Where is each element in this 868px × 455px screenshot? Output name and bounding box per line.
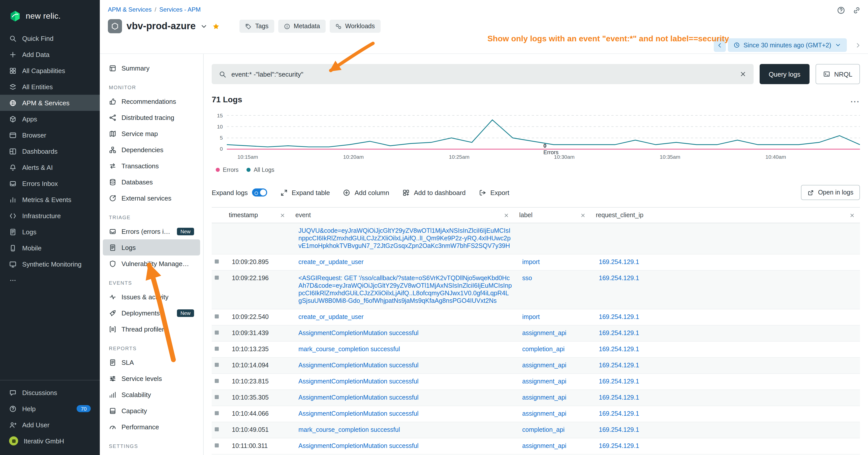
- sidebar-item-synthetic-monitoring[interactable]: Synthetic Monitoring: [0, 256, 100, 272]
- subnav-item-transactions[interactable]: Transactions: [103, 158, 200, 174]
- chart-plot-area[interactable]: 0 Errors 10:15am 10:20am 10:25am 10:30am…: [227, 112, 860, 161]
- add-column-button[interactable]: Add column: [343, 189, 389, 196]
- help-circle-icon[interactable]: [837, 6, 845, 14]
- cell-label-link[interactable]: assignment_api: [522, 410, 566, 417]
- cell-label-link[interactable]: import: [522, 259, 539, 265]
- cell-label-link[interactable]: completion_api: [522, 426, 564, 433]
- cell-request-ip-link[interactable]: 169.254.129.1: [599, 314, 639, 321]
- subnav-item-dependencies[interactable]: Dependencies: [103, 141, 200, 158]
- time-forward-button[interactable]: [852, 38, 864, 52]
- log-table-row[interactable]: 10:11:00.311 AssignmentCompletionMutatio…: [212, 438, 860, 455]
- log-query-text[interactable]: event:* -"label":"security": [231, 70, 735, 78]
- sidebar-item-more[interactable]: [0, 272, 100, 288]
- add-to-dashboard-button[interactable]: Add to dashboard: [402, 189, 465, 196]
- sidebar-item-dashboards[interactable]: Dashboards: [0, 143, 100, 159]
- column-header-label[interactable]: label: [514, 212, 591, 219]
- subnav-item-vulnerability-management[interactable]: Vulnerability Management: [103, 256, 200, 271]
- log-table-row[interactable]: 10:09:31.439 AssignmentCompletionMutatio…: [212, 325, 860, 342]
- query-logs-button[interactable]: Query logs: [760, 64, 809, 84]
- cell-request-ip-link[interactable]: 169.254.129.1: [599, 410, 639, 417]
- log-table-row[interactable]: 10:09:22.196 <ASGIRequest: GET '/sso/cal…: [212, 270, 860, 310]
- cell-label-link[interactable]: assignment_api: [522, 378, 566, 385]
- cell-label-link[interactable]: assignment_api: [522, 443, 566, 450]
- newrelic-logo[interactable]: new relic.: [0, 0, 100, 30]
- subnav-item-external-services[interactable]: External services: [103, 190, 200, 206]
- sidebar-item-errors-inbox[interactable]: Errors Inbox: [0, 175, 100, 192]
- subnav-item-issues-activity[interactable]: Issues & activity: [103, 289, 200, 305]
- log-table-row[interactable]: 10:10:23.815 AssignmentCompletionMutatio…: [212, 374, 860, 390]
- sidebar-item-apps[interactable]: Apps: [0, 111, 100, 127]
- cell-request-ip-link[interactable]: 169.254.129.1: [599, 394, 639, 401]
- sidebar-item-logs[interactable]: Logs: [0, 224, 100, 240]
- remove-column-icon[interactable]: [503, 213, 509, 218]
- log-table-row[interactable]: 10:10:14.094 AssignmentCompletionMutatio…: [212, 358, 860, 374]
- subnav-item-logs[interactable]: Logs: [103, 239, 200, 256]
- sidebar-item-account[interactable]: Iterativ GmbH: [0, 433, 100, 449]
- cell-label-link[interactable]: import: [522, 314, 539, 321]
- cell-request-ip-link[interactable]: 169.254.129.1: [599, 443, 639, 450]
- subnav-item-thread-profiler[interactable]: Thread profiler: [103, 321, 200, 337]
- favorite-star-icon[interactable]: [213, 23, 220, 30]
- subnav-item-summary[interactable]: Summary: [103, 60, 200, 76]
- log-table-row[interactable]: 10:10:49.051 mark_course_completion succ…: [212, 422, 860, 438]
- subnav-item-service-levels[interactable]: Service levels: [103, 370, 200, 387]
- tags-button[interactable]: Tags: [240, 20, 274, 33]
- subnav-item-service-map[interactable]: Service map: [103, 126, 200, 141]
- cell-request-ip-link[interactable]: 169.254.129.1: [599, 378, 639, 385]
- nrql-button[interactable]: NRQL: [815, 64, 860, 84]
- cell-event-link[interactable]: create_or_update_user: [299, 259, 364, 265]
- subnav-item-sla[interactable]: SLA: [103, 354, 200, 370]
- sidebar-item-all-capabilities[interactable]: All Capabilities: [0, 63, 100, 78]
- legend-all-logs[interactable]: All Logs: [247, 167, 275, 173]
- sidebar-item-alerts-ai[interactable]: Alerts & AI: [0, 159, 100, 175]
- sidebar-item-quick-find[interactable]: Quick Find: [0, 30, 100, 46]
- clear-query-icon[interactable]: [740, 70, 746, 77]
- subnav-item-scalability[interactable]: Scalability: [103, 387, 200, 402]
- sidebar-item-infrastructure[interactable]: Infrastructure: [0, 207, 100, 224]
- cell-request-ip-link[interactable]: 169.254.129.1: [599, 362, 639, 369]
- export-button[interactable]: Export: [479, 189, 509, 196]
- remove-column-icon[interactable]: [849, 213, 855, 218]
- cell-event-link[interactable]: mark_course_completion successful: [299, 426, 400, 433]
- toggle-switch-icon[interactable]: [252, 189, 267, 196]
- cell-request-ip-link[interactable]: 169.254.129.1: [599, 259, 639, 265]
- cell-label-link[interactable]: assignment_api: [522, 362, 566, 369]
- cell-event-link[interactable]: AssignmentCompletionMutation successful: [299, 378, 418, 385]
- column-header-timestamp[interactable]: timestamp: [224, 212, 290, 219]
- breadcrumb-services-apm[interactable]: Services - APM: [159, 6, 200, 13]
- cell-event-link[interactable]: create_or_update_user: [299, 314, 364, 321]
- log-table-row[interactable]: 10:10:13.235 mark_course_completion succ…: [212, 342, 860, 358]
- cell-request-ip-link[interactable]: 169.254.129.1: [599, 329, 639, 336]
- cell-label-link[interactable]: sso: [522, 274, 532, 282]
- entity-switcher-chevron-icon[interactable]: [200, 23, 208, 30]
- log-query-input[interactable]: event:* -"label":"security": [212, 64, 753, 84]
- open-in-logs-button[interactable]: Open in logs: [801, 185, 860, 200]
- cell-label-link[interactable]: assignment_api: [522, 394, 566, 401]
- sidebar-item-mobile[interactable]: Mobile: [0, 240, 100, 256]
- cell-event-link[interactable]: AssignmentCompletionMutation successful: [299, 362, 418, 369]
- expand-table-button[interactable]: Expand table: [280, 189, 330, 196]
- subnav-item-distributed-tracing[interactable]: Distributed tracing: [103, 109, 200, 126]
- subnav-item-recommendations[interactable]: Recommendations: [103, 93, 200, 109]
- sidebar-item-metrics-events[interactable]: Metrics & Events: [0, 192, 100, 207]
- logs-options-menu[interactable]: ...: [850, 98, 860, 102]
- remove-column-icon[interactable]: [280, 213, 285, 218]
- expand-logs-toggle[interactable]: Expand logs: [212, 189, 267, 196]
- permalink-icon[interactable]: [852, 6, 861, 14]
- cell-event-link[interactable]: mark_course_completion successful: [299, 346, 400, 353]
- sidebar-item-all-entities[interactable]: All Entities: [0, 78, 100, 95]
- cell-event-link[interactable]: AssignmentCompletionMutation successful: [299, 443, 418, 450]
- sidebar-item-apm-services[interactable]: APM & Services: [0, 95, 100, 111]
- cell-request-ip-link[interactable]: 169.254.129.1: [599, 346, 639, 353]
- column-header-request-client-ip[interactable]: request_client_ip: [591, 212, 860, 219]
- workloads-button[interactable]: Workloads: [330, 20, 380, 33]
- cell-event-link[interactable]: AssignmentCompletionMutation successful: [299, 394, 418, 401]
- log-table-row[interactable]: 10:09:22.540 create_or_update_user impor…: [212, 310, 860, 325]
- metadata-button[interactable]: Metadata: [278, 20, 326, 33]
- cell-request-ip-link[interactable]: 169.254.129.1: [599, 426, 639, 433]
- legend-errors[interactable]: Errors: [216, 167, 239, 173]
- cell-event-link[interactable]: AssignmentCompletionMutation successful: [299, 329, 418, 336]
- cell-label-link[interactable]: completion_api: [522, 346, 564, 353]
- sidebar-item-add-user[interactable]: Add User: [0, 417, 100, 433]
- sidebar-item-help[interactable]: Help70: [0, 400, 100, 417]
